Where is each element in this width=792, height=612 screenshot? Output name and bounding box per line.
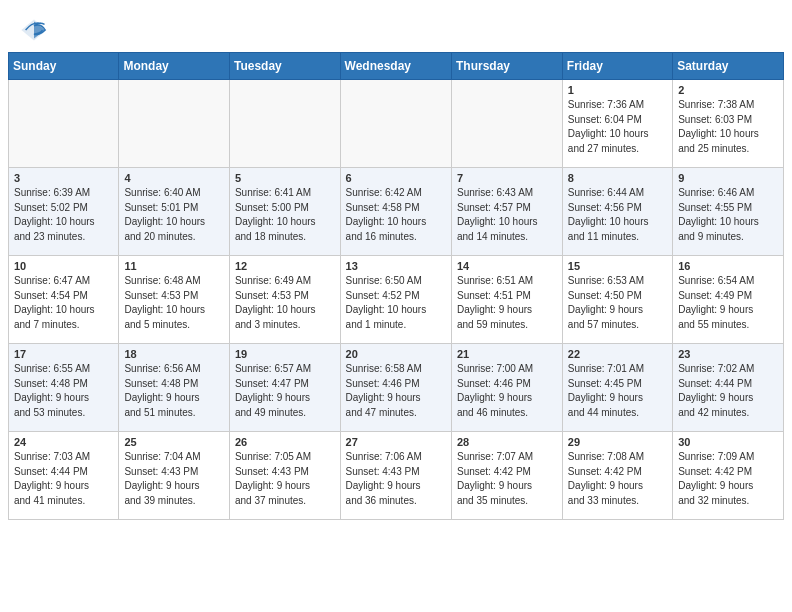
day-info: Sunrise: 7:36 AM Sunset: 6:04 PM Dayligh… bbox=[568, 98, 667, 156]
day-info: Sunrise: 6:51 AM Sunset: 4:51 PM Dayligh… bbox=[457, 274, 557, 332]
day-number: 7 bbox=[457, 172, 557, 184]
calendar-day-cell: 24Sunrise: 7:03 AM Sunset: 4:44 PM Dayli… bbox=[9, 432, 119, 520]
day-number: 26 bbox=[235, 436, 335, 448]
day-info: Sunrise: 6:56 AM Sunset: 4:48 PM Dayligh… bbox=[124, 362, 224, 420]
day-number: 20 bbox=[346, 348, 446, 360]
day-number: 5 bbox=[235, 172, 335, 184]
day-info: Sunrise: 7:08 AM Sunset: 4:42 PM Dayligh… bbox=[568, 450, 667, 508]
calendar-day-cell: 26Sunrise: 7:05 AM Sunset: 4:43 PM Dayli… bbox=[229, 432, 340, 520]
calendar-day-cell: 23Sunrise: 7:02 AM Sunset: 4:44 PM Dayli… bbox=[673, 344, 784, 432]
day-number: 30 bbox=[678, 436, 778, 448]
calendar-day-cell bbox=[451, 80, 562, 168]
page-header bbox=[0, 0, 792, 52]
calendar-day-cell: 17Sunrise: 6:55 AM Sunset: 4:48 PM Dayli… bbox=[9, 344, 119, 432]
day-number: 21 bbox=[457, 348, 557, 360]
calendar-day-cell: 16Sunrise: 6:54 AM Sunset: 4:49 PM Dayli… bbox=[673, 256, 784, 344]
calendar-day-cell: 8Sunrise: 6:44 AM Sunset: 4:56 PM Daylig… bbox=[562, 168, 672, 256]
day-number: 12 bbox=[235, 260, 335, 272]
day-info: Sunrise: 7:38 AM Sunset: 6:03 PM Dayligh… bbox=[678, 98, 778, 156]
calendar-wrapper: SundayMondayTuesdayWednesdayThursdayFrid… bbox=[0, 52, 792, 528]
weekday-header: Sunday bbox=[9, 53, 119, 80]
logo bbox=[20, 16, 52, 44]
day-number: 15 bbox=[568, 260, 667, 272]
calendar-body: 1Sunrise: 7:36 AM Sunset: 6:04 PM Daylig… bbox=[9, 80, 784, 520]
calendar-day-cell: 27Sunrise: 7:06 AM Sunset: 4:43 PM Dayli… bbox=[340, 432, 451, 520]
weekday-header: Monday bbox=[119, 53, 230, 80]
day-info: Sunrise: 6:40 AM Sunset: 5:01 PM Dayligh… bbox=[124, 186, 224, 244]
calendar-week-row: 17Sunrise: 6:55 AM Sunset: 4:48 PM Dayli… bbox=[9, 344, 784, 432]
weekday-header: Tuesday bbox=[229, 53, 340, 80]
day-info: Sunrise: 6:39 AM Sunset: 5:02 PM Dayligh… bbox=[14, 186, 113, 244]
calendar-day-cell: 6Sunrise: 6:42 AM Sunset: 4:58 PM Daylig… bbox=[340, 168, 451, 256]
day-number: 17 bbox=[14, 348, 113, 360]
weekday-header: Saturday bbox=[673, 53, 784, 80]
day-number: 18 bbox=[124, 348, 224, 360]
day-number: 19 bbox=[235, 348, 335, 360]
calendar-day-cell: 29Sunrise: 7:08 AM Sunset: 4:42 PM Dayli… bbox=[562, 432, 672, 520]
day-info: Sunrise: 7:06 AM Sunset: 4:43 PM Dayligh… bbox=[346, 450, 446, 508]
calendar-day-cell: 30Sunrise: 7:09 AM Sunset: 4:42 PM Dayli… bbox=[673, 432, 784, 520]
day-number: 10 bbox=[14, 260, 113, 272]
logo-icon bbox=[20, 16, 48, 44]
calendar-day-cell: 12Sunrise: 6:49 AM Sunset: 4:53 PM Dayli… bbox=[229, 256, 340, 344]
day-number: 4 bbox=[124, 172, 224, 184]
day-info: Sunrise: 6:54 AM Sunset: 4:49 PM Dayligh… bbox=[678, 274, 778, 332]
day-number: 13 bbox=[346, 260, 446, 272]
calendar-day-cell bbox=[119, 80, 230, 168]
day-number: 6 bbox=[346, 172, 446, 184]
day-number: 23 bbox=[678, 348, 778, 360]
day-info: Sunrise: 6:47 AM Sunset: 4:54 PM Dayligh… bbox=[14, 274, 113, 332]
calendar-day-cell: 14Sunrise: 6:51 AM Sunset: 4:51 PM Dayli… bbox=[451, 256, 562, 344]
day-number: 28 bbox=[457, 436, 557, 448]
day-number: 16 bbox=[678, 260, 778, 272]
day-info: Sunrise: 7:02 AM Sunset: 4:44 PM Dayligh… bbox=[678, 362, 778, 420]
calendar-day-cell: 19Sunrise: 6:57 AM Sunset: 4:47 PM Dayli… bbox=[229, 344, 340, 432]
calendar-day-cell: 4Sunrise: 6:40 AM Sunset: 5:01 PM Daylig… bbox=[119, 168, 230, 256]
day-info: Sunrise: 6:46 AM Sunset: 4:55 PM Dayligh… bbox=[678, 186, 778, 244]
calendar-day-cell: 15Sunrise: 6:53 AM Sunset: 4:50 PM Dayli… bbox=[562, 256, 672, 344]
day-info: Sunrise: 6:44 AM Sunset: 4:56 PM Dayligh… bbox=[568, 186, 667, 244]
calendar-day-cell: 10Sunrise: 6:47 AM Sunset: 4:54 PM Dayli… bbox=[9, 256, 119, 344]
calendar-day-cell: 21Sunrise: 7:00 AM Sunset: 4:46 PM Dayli… bbox=[451, 344, 562, 432]
weekday-row: SundayMondayTuesdayWednesdayThursdayFrid… bbox=[9, 53, 784, 80]
day-number: 2 bbox=[678, 84, 778, 96]
day-info: Sunrise: 6:49 AM Sunset: 4:53 PM Dayligh… bbox=[235, 274, 335, 332]
calendar-header: SundayMondayTuesdayWednesdayThursdayFrid… bbox=[9, 53, 784, 80]
calendar-week-row: 3Sunrise: 6:39 AM Sunset: 5:02 PM Daylig… bbox=[9, 168, 784, 256]
calendar-day-cell: 22Sunrise: 7:01 AM Sunset: 4:45 PM Dayli… bbox=[562, 344, 672, 432]
day-info: Sunrise: 6:55 AM Sunset: 4:48 PM Dayligh… bbox=[14, 362, 113, 420]
calendar-day-cell: 9Sunrise: 6:46 AM Sunset: 4:55 PM Daylig… bbox=[673, 168, 784, 256]
day-number: 8 bbox=[568, 172, 667, 184]
day-info: Sunrise: 6:58 AM Sunset: 4:46 PM Dayligh… bbox=[346, 362, 446, 420]
day-info: Sunrise: 7:00 AM Sunset: 4:46 PM Dayligh… bbox=[457, 362, 557, 420]
calendar-day-cell: 7Sunrise: 6:43 AM Sunset: 4:57 PM Daylig… bbox=[451, 168, 562, 256]
calendar-day-cell bbox=[9, 80, 119, 168]
day-info: Sunrise: 6:42 AM Sunset: 4:58 PM Dayligh… bbox=[346, 186, 446, 244]
calendar-week-row: 1Sunrise: 7:36 AM Sunset: 6:04 PM Daylig… bbox=[9, 80, 784, 168]
day-info: Sunrise: 7:04 AM Sunset: 4:43 PM Dayligh… bbox=[124, 450, 224, 508]
weekday-header: Friday bbox=[562, 53, 672, 80]
day-info: Sunrise: 6:43 AM Sunset: 4:57 PM Dayligh… bbox=[457, 186, 557, 244]
day-info: Sunrise: 6:48 AM Sunset: 4:53 PM Dayligh… bbox=[124, 274, 224, 332]
calendar-day-cell: 3Sunrise: 6:39 AM Sunset: 5:02 PM Daylig… bbox=[9, 168, 119, 256]
calendar-day-cell: 28Sunrise: 7:07 AM Sunset: 4:42 PM Dayli… bbox=[451, 432, 562, 520]
calendar-day-cell bbox=[229, 80, 340, 168]
day-info: Sunrise: 6:57 AM Sunset: 4:47 PM Dayligh… bbox=[235, 362, 335, 420]
calendar-day-cell: 11Sunrise: 6:48 AM Sunset: 4:53 PM Dayli… bbox=[119, 256, 230, 344]
calendar-day-cell: 25Sunrise: 7:04 AM Sunset: 4:43 PM Dayli… bbox=[119, 432, 230, 520]
calendar-table: SundayMondayTuesdayWednesdayThursdayFrid… bbox=[8, 52, 784, 520]
day-number: 11 bbox=[124, 260, 224, 272]
day-info: Sunrise: 7:01 AM Sunset: 4:45 PM Dayligh… bbox=[568, 362, 667, 420]
calendar-day-cell: 1Sunrise: 7:36 AM Sunset: 6:04 PM Daylig… bbox=[562, 80, 672, 168]
calendar-day-cell: 20Sunrise: 6:58 AM Sunset: 4:46 PM Dayli… bbox=[340, 344, 451, 432]
weekday-header: Wednesday bbox=[340, 53, 451, 80]
day-number: 3 bbox=[14, 172, 113, 184]
day-number: 27 bbox=[346, 436, 446, 448]
calendar-day-cell: 2Sunrise: 7:38 AM Sunset: 6:03 PM Daylig… bbox=[673, 80, 784, 168]
day-number: 29 bbox=[568, 436, 667, 448]
day-number: 25 bbox=[124, 436, 224, 448]
day-number: 24 bbox=[14, 436, 113, 448]
weekday-header: Thursday bbox=[451, 53, 562, 80]
day-number: 9 bbox=[678, 172, 778, 184]
calendar-day-cell: 13Sunrise: 6:50 AM Sunset: 4:52 PM Dayli… bbox=[340, 256, 451, 344]
